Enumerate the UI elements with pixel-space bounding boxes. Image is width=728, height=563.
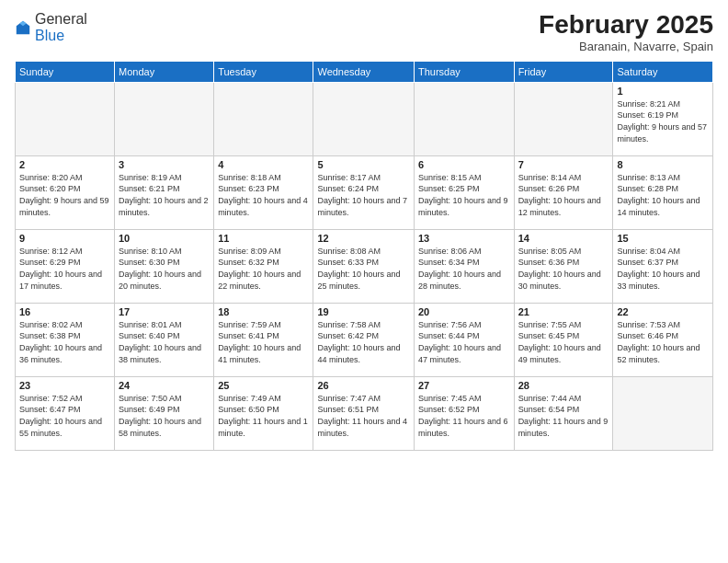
calendar-cell: 4Sunrise: 8:18 AM Sunset: 6:23 PM Daylig… [214,155,313,229]
day-number: 12 [317,233,410,244]
day-number: 1 [617,86,709,97]
day-number: 14 [518,233,609,244]
day-info: Sunrise: 8:08 AM Sunset: 6:33 PM Dayligh… [317,246,410,292]
calendar-cell: 22Sunrise: 7:53 AM Sunset: 6:46 PM Dayli… [613,303,713,376]
day-info: Sunrise: 7:58 AM Sunset: 6:42 PM Dayligh… [317,319,410,365]
calendar-cell [16,82,115,155]
calendar-header-thursday: Thursday [414,61,514,82]
calendar-cell: 14Sunrise: 8:05 AM Sunset: 6:36 PM Dayli… [514,229,613,303]
day-number: 27 [418,380,510,391]
day-info: Sunrise: 8:18 AM Sunset: 6:23 PM Dayligh… [218,172,309,218]
logo-general-text: General [35,11,87,27]
calendar-cell [214,82,313,155]
title-block: February 2025 Baranain, Navarre, Spain [539,11,713,53]
calendar-cell: 5Sunrise: 8:17 AM Sunset: 6:24 PM Daylig… [313,155,415,229]
day-info: Sunrise: 7:45 AM Sunset: 6:52 PM Dayligh… [418,393,510,439]
day-number: 13 [418,233,510,244]
day-info: Sunrise: 7:53 AM Sunset: 6:46 PM Dayligh… [617,319,709,365]
calendar-header-monday: Monday [115,61,214,82]
day-info: Sunrise: 7:56 AM Sunset: 6:44 PM Dayligh… [418,319,510,365]
calendar-cell: 2Sunrise: 8:20 AM Sunset: 6:20 PM Daylig… [16,155,115,229]
day-number: 26 [317,380,410,391]
day-number: 21 [518,306,609,317]
calendar-header-saturday: Saturday [613,61,713,82]
calendar-cell: 6Sunrise: 8:15 AM Sunset: 6:25 PM Daylig… [414,155,514,229]
calendar-cell: 20Sunrise: 7:56 AM Sunset: 6:44 PM Dayli… [414,303,514,376]
calendar-header-wednesday: Wednesday [313,61,415,82]
day-info: Sunrise: 8:15 AM Sunset: 6:25 PM Dayligh… [418,172,510,218]
day-info: Sunrise: 7:52 AM Sunset: 6:47 PM Dayligh… [19,393,110,439]
logo-icon [15,19,31,36]
calendar-cell: 16Sunrise: 8:02 AM Sunset: 6:38 PM Dayli… [16,303,115,376]
calendar-table: SundayMondayTuesdayWednesdayThursdayFrid… [15,61,713,451]
day-number: 11 [218,233,309,244]
day-info: Sunrise: 8:04 AM Sunset: 6:37 PM Dayligh… [617,246,709,292]
day-info: Sunrise: 8:21 AM Sunset: 6:19 PM Dayligh… [617,98,709,144]
calendar-week-2: 9Sunrise: 8:12 AM Sunset: 6:29 PM Daylig… [16,229,713,303]
day-info: Sunrise: 8:01 AM Sunset: 6:40 PM Dayligh… [119,319,210,365]
day-number: 3 [119,159,210,170]
calendar-week-1: 2Sunrise: 8:20 AM Sunset: 6:20 PM Daylig… [16,155,713,229]
day-number: 2 [19,159,110,170]
calendar-cell: 7Sunrise: 8:14 AM Sunset: 6:26 PM Daylig… [514,155,613,229]
logo: General Blue [15,11,87,44]
day-number: 23 [19,380,110,391]
calendar-cell: 10Sunrise: 8:10 AM Sunset: 6:30 PM Dayli… [115,229,214,303]
calendar-week-4: 23Sunrise: 7:52 AM Sunset: 6:47 PM Dayli… [16,376,713,450]
day-number: 15 [617,233,709,244]
day-info: Sunrise: 7:59 AM Sunset: 6:41 PM Dayligh… [218,319,309,365]
day-info: Sunrise: 8:10 AM Sunset: 6:30 PM Dayligh… [119,246,210,292]
page: General Blue February 2025 Baranain, Nav… [0,0,728,563]
calendar-header-tuesday: Tuesday [214,61,313,82]
day-number: 6 [418,159,510,170]
calendar-cell: 17Sunrise: 8:01 AM Sunset: 6:40 PM Dayli… [115,303,214,376]
day-number: 22 [617,306,709,317]
day-number: 5 [317,159,410,170]
calendar-cell: 19Sunrise: 7:58 AM Sunset: 6:42 PM Dayli… [313,303,415,376]
calendar-cell: 25Sunrise: 7:49 AM Sunset: 6:50 PM Dayli… [214,376,313,450]
calendar-cell: 26Sunrise: 7:47 AM Sunset: 6:51 PM Dayli… [313,376,415,450]
calendar-cell: 15Sunrise: 8:04 AM Sunset: 6:37 PM Dayli… [613,229,713,303]
calendar-cell [115,82,214,155]
day-info: Sunrise: 7:49 AM Sunset: 6:50 PM Dayligh… [218,393,309,439]
day-info: Sunrise: 8:02 AM Sunset: 6:38 PM Dayligh… [19,319,110,365]
calendar-cell [514,82,613,155]
header: General Blue February 2025 Baranain, Nav… [15,11,713,53]
calendar-cell: 28Sunrise: 7:44 AM Sunset: 6:54 PM Dayli… [514,376,613,450]
day-number: 8 [617,159,709,170]
calendar-cell: 13Sunrise: 8:06 AM Sunset: 6:34 PM Dayli… [414,229,514,303]
calendar-cell: 9Sunrise: 8:12 AM Sunset: 6:29 PM Daylig… [16,229,115,303]
day-info: Sunrise: 8:14 AM Sunset: 6:26 PM Dayligh… [518,172,609,218]
day-info: Sunrise: 8:05 AM Sunset: 6:36 PM Dayligh… [518,246,609,292]
day-number: 24 [119,380,210,391]
day-number: 4 [218,159,309,170]
month-title: February 2025 [539,11,713,40]
day-number: 18 [218,306,309,317]
day-number: 7 [518,159,609,170]
calendar-cell: 27Sunrise: 7:45 AM Sunset: 6:52 PM Dayli… [414,376,514,450]
calendar-cell: 23Sunrise: 7:52 AM Sunset: 6:47 PM Dayli… [16,376,115,450]
day-number: 9 [19,233,110,244]
calendar-week-3: 16Sunrise: 8:02 AM Sunset: 6:38 PM Dayli… [16,303,713,376]
day-info: Sunrise: 8:19 AM Sunset: 6:21 PM Dayligh… [119,172,210,218]
calendar-cell: 1Sunrise: 8:21 AM Sunset: 6:19 PM Daylig… [613,82,713,155]
day-number: 20 [418,306,510,317]
day-info: Sunrise: 8:17 AM Sunset: 6:24 PM Dayligh… [317,172,410,218]
day-info: Sunrise: 8:13 AM Sunset: 6:28 PM Dayligh… [617,172,709,218]
logo-blue-text: Blue [35,28,64,43]
day-number: 16 [19,306,110,317]
day-info: Sunrise: 8:20 AM Sunset: 6:20 PM Dayligh… [19,172,110,218]
day-info: Sunrise: 7:50 AM Sunset: 6:49 PM Dayligh… [119,393,210,439]
calendar-cell [414,82,514,155]
day-number: 10 [119,233,210,244]
location: Baranain, Navarre, Spain [539,40,713,53]
calendar-header-row: SundayMondayTuesdayWednesdayThursdayFrid… [16,61,713,82]
calendar-cell: 3Sunrise: 8:19 AM Sunset: 6:21 PM Daylig… [115,155,214,229]
day-number: 28 [518,380,609,391]
day-info: Sunrise: 8:06 AM Sunset: 6:34 PM Dayligh… [418,246,510,292]
calendar-cell [613,376,713,450]
calendar-cell: 12Sunrise: 8:08 AM Sunset: 6:33 PM Dayli… [313,229,415,303]
calendar-cell: 8Sunrise: 8:13 AM Sunset: 6:28 PM Daylig… [613,155,713,229]
day-info: Sunrise: 7:47 AM Sunset: 6:51 PM Dayligh… [317,393,410,439]
calendar-header-friday: Friday [514,61,613,82]
